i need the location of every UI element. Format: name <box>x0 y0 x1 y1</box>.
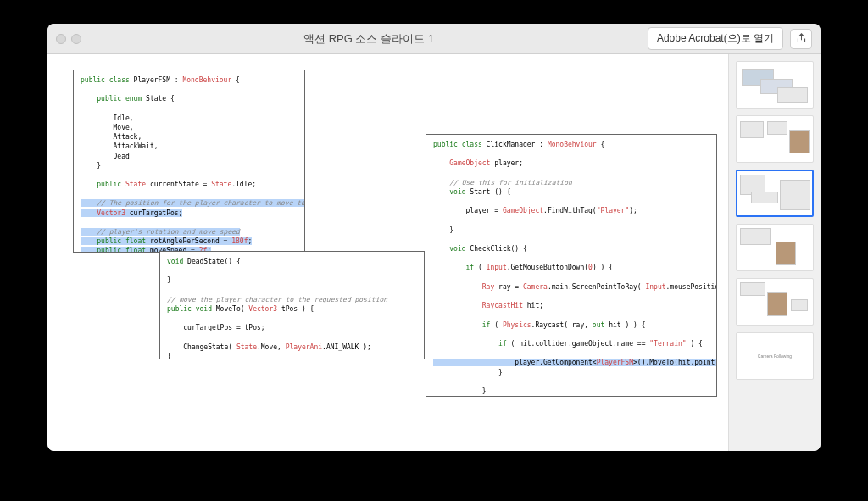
minimize-icon[interactable] <box>71 34 81 44</box>
titlebar: 액션 RPG 소스 슬라이드 1 Adobe Acrobat(으)로 열기 <box>47 24 821 54</box>
share-button[interactable] <box>790 29 812 49</box>
main-slide[interactable]: public class PlayerFSM : MonoBehviour { … <box>47 54 729 451</box>
thumbnail-3-active[interactable] <box>736 170 814 217</box>
thumbnail-6[interactable]: Camera Following <box>736 332 814 380</box>
thumbnail-5[interactable] <box>736 278 814 326</box>
thumbnail-2[interactable] <box>736 115 814 163</box>
thumbnail-6-label: Camera Following <box>758 353 792 359</box>
preview-window: 액션 RPG 소스 슬라이드 1 Adobe Acrobat(으)로 열기 pu… <box>47 24 821 451</box>
close-icon[interactable] <box>56 34 66 44</box>
thumbnail-1[interactable] <box>736 61 814 109</box>
thumbnail-4[interactable] <box>736 224 814 271</box>
code-block-clickmanager: public class ClickManager : MonoBehviour… <box>426 134 717 397</box>
code-block-playerfsm: public class PlayerFSM : MonoBehviour { … <box>73 70 305 253</box>
window-title: 액션 RPG 소스 슬라이드 1 <box>90 31 648 47</box>
thumbnail-sidebar[interactable]: Camera Following <box>729 54 821 451</box>
content-area: public class PlayerFSM : MonoBehviour { … <box>47 54 821 451</box>
open-with-button[interactable]: Adobe Acrobat(으)로 열기 <box>648 27 783 50</box>
share-icon <box>796 33 807 44</box>
window-controls <box>56 34 81 44</box>
toolbar-right: Adobe Acrobat(으)로 열기 <box>648 27 812 50</box>
code-block-deadstate: void DeadState() { } // move the player … <box>159 251 425 359</box>
